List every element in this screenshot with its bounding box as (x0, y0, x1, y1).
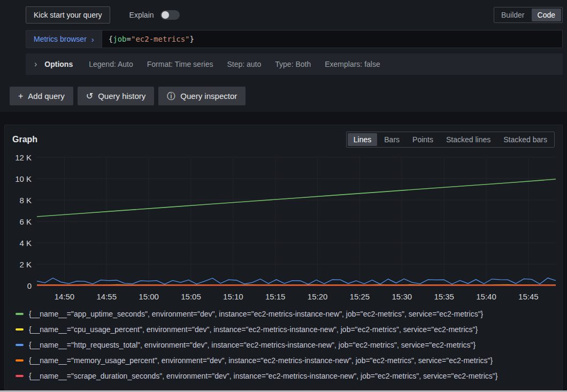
legend-series-color (16, 344, 24, 346)
chevron-right-icon: › (34, 59, 37, 69)
legend-item[interactable]: {__name__="memory_usage_percent", enviro… (11, 352, 556, 368)
graph-panel-header: Graph LinesBarsPointsStacked linesStacke… (12, 132, 555, 148)
query-inspector-button[interactable]: ⓘQuery inspector (158, 87, 246, 105)
legend-series-label: {__name__="scrape_duration_seconds", env… (29, 372, 498, 380)
legend-series-label: {__name__="http_requests_total", environ… (29, 341, 476, 349)
y-axis-label: 2 K (19, 260, 32, 269)
x-axis-label: 15:00 (139, 292, 159, 301)
x-axis-label: 14:50 (55, 292, 75, 301)
y-axis-label: 12 K (15, 153, 32, 162)
x-axis-label: 15:20 (308, 292, 328, 301)
x-axis-label: 15:35 (434, 292, 454, 301)
y-axis-label: 4 K (19, 239, 32, 248)
options-label: Options (44, 60, 73, 68)
query-history-button[interactable]: ↺Query history (78, 87, 155, 105)
legend-series-color (16, 313, 24, 315)
graph-style-toggle: LinesBarsPointsStacked linesStacked bars (346, 132, 555, 148)
x-axis-label: 15:30 (392, 292, 412, 301)
legend-series-color (16, 328, 24, 330)
legend-series-color (16, 375, 24, 377)
legend-item[interactable]: {__name__="app_uptime_seconds", environm… (11, 306, 556, 321)
grafana-explore-page: Kick start your query Explain BuilderCod… (0, 0, 567, 390)
options-item: Exemplars: false (325, 60, 380, 68)
query-editor-section: Kick start your query Explain BuilderCod… (0, 0, 567, 112)
style-option-stacked-bars[interactable]: Stacked bars (497, 133, 553, 146)
options-item: Step: auto (227, 60, 261, 68)
y-axis-label: 10 K (15, 174, 32, 183)
query-token: "ec2-metrics" (131, 35, 190, 43)
chevron-right-icon: › (91, 35, 94, 43)
explain-label: Explain (129, 11, 154, 19)
query-token: job (113, 35, 126, 43)
x-axis-label: 14:55 (96, 292, 117, 301)
query-token: = (127, 35, 131, 43)
x-axis-label: 15:10 (223, 292, 243, 301)
x-axis-label: 15:40 (476, 292, 496, 301)
plus-icon: + (18, 92, 23, 101)
history-icon: ↺ (86, 92, 93, 101)
y-axis-label: 8 K (19, 196, 32, 205)
action-label: Add query (28, 91, 64, 101)
legend: {__name__="app_uptime_seconds", environm… (11, 304, 556, 390)
legend-item[interactable]: {__name__="cpu_usage_percent", environme… (11, 321, 556, 337)
style-option-lines[interactable]: Lines (348, 133, 377, 146)
legend-item[interactable]: {__name__="scrape_duration_seconds", env… (11, 368, 556, 383)
options-item: Type: Both (275, 60, 311, 68)
options-item: Legend: Auto (89, 60, 133, 68)
style-option-points[interactable]: Points (407, 133, 439, 146)
metrics-browser-label: Metrics browser (34, 35, 87, 43)
query-input[interactable]: {job="ec2-metrics"} (102, 30, 562, 48)
panel-title: Graph (12, 135, 37, 144)
add-query-button[interactable]: +Add query (10, 87, 73, 105)
mode-option-code[interactable]: Code (532, 9, 561, 21)
kick-start-query-button[interactable]: Kick start your query (26, 6, 110, 24)
query-editor-header-row: Kick start your query Explain BuilderCod… (26, 6, 563, 24)
style-option-bars[interactable]: Bars (378, 133, 405, 146)
legend-item[interactable]: {__name__="http_requests_total", environ… (11, 337, 556, 352)
editor-mode-toggle: BuilderCode (494, 7, 563, 23)
query-row: Metrics browser › {job="ec2-metrics"} (26, 30, 563, 48)
action-label: Query inspector (180, 91, 237, 101)
legend-series-color (16, 359, 24, 362)
x-axis: 14:5014:5515:0015:0515:1015:1515:2015:25… (37, 289, 556, 304)
series-line-http_requests_total (37, 278, 556, 285)
x-axis-label: 15:25 (350, 292, 370, 301)
options-item: Format: Time series (147, 60, 213, 68)
graph-panel: Graph LinesBarsPointsStacked linesStacke… (4, 125, 563, 390)
y-axis: 02 K4 K6 K8 K10 K12 K (11, 154, 37, 289)
mode-option-builder[interactable]: Builder (495, 9, 531, 21)
chart-svg (37, 154, 556, 289)
info-icon: ⓘ (167, 92, 175, 101)
legend-series-label: {__name__="cpu_usage_percent", environme… (29, 325, 478, 334)
plot-area[interactable] (37, 154, 556, 289)
y-axis-label: 6 K (19, 217, 32, 226)
query-token: { (109, 35, 113, 43)
legend-series-label: {__name__="app_uptime_seconds", environm… (29, 310, 483, 318)
x-axis-label: 15:15 (265, 292, 286, 301)
style-option-stacked-lines[interactable]: Stacked lines (440, 133, 496, 146)
x-axis-label: 15:05 (181, 292, 201, 301)
options-row[interactable]: › Options Legend: AutoFormat: Time serie… (26, 53, 563, 75)
chart-area: 02 K4 K6 K8 K10 K12 K (11, 154, 556, 289)
series-line-app_uptime_seconds (37, 179, 556, 217)
explain-toggle[interactable] (160, 10, 180, 20)
metrics-browser-button[interactable]: Metrics browser › (26, 30, 102, 48)
toggle-knob-icon (162, 11, 169, 19)
options-summary: Legend: AutoFormat: Time seriesStep: aut… (89, 60, 380, 68)
legend-series-label: {__name__="memory_usage_percent", enviro… (29, 356, 493, 365)
query-token: } (190, 35, 194, 43)
x-axis-label: 15:45 (518, 292, 539, 301)
action-label: Query history (98, 91, 145, 101)
y-axis-label: 0 (27, 281, 32, 290)
query-actions-row: +Add query↺Query historyⓘQuery inspector (10, 87, 563, 105)
